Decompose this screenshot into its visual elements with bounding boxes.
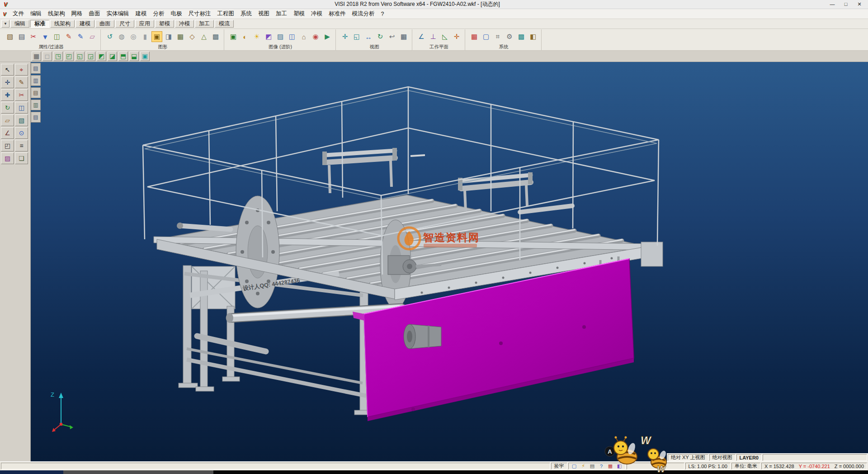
triangle-display-icon[interactable]: △ xyxy=(198,31,209,42)
views-icon[interactable]: ◰ xyxy=(1,140,14,152)
calculator-icon[interactable]: ⌗ xyxy=(492,31,503,42)
diamond-display-icon[interactable]: ◇ xyxy=(187,31,198,42)
filter-icon[interactable]: ▼ xyxy=(40,31,51,42)
toolbar-tab[interactable]: 建模 xyxy=(75,20,94,28)
toolbar-tab[interactable]: 线架构 xyxy=(50,20,75,28)
settings-icon[interactable]: ⚙ xyxy=(504,31,515,42)
trim-icon[interactable]: ✂ xyxy=(15,89,28,101)
cube-back-icon[interactable]: ◩ xyxy=(97,52,106,61)
toolbar-tab[interactable]: 尺寸 xyxy=(115,20,134,28)
active-layer-indicator[interactable]: LAYER0 xyxy=(736,454,762,461)
plane-icon[interactable]: ▱ xyxy=(1,114,14,126)
mirror-icon[interactable]: ◫ xyxy=(15,102,28,114)
texture-icon[interactable]: ▣ xyxy=(228,31,239,42)
menu-item[interactable]: 标准件 xyxy=(326,9,349,19)
hatch-icon[interactable]: ▨ xyxy=(275,31,286,42)
material-icon[interactable]: ◩ xyxy=(263,31,274,42)
cylinder-icon[interactable]: ▮ xyxy=(140,31,151,42)
snap-icon[interactable]: ⊙ xyxy=(15,127,28,139)
edit-blue-icon[interactable]: ✎ xyxy=(75,31,86,42)
cube-front-icon[interactable]: ◱ xyxy=(75,52,85,61)
zoom-window-icon[interactable]: ◱ xyxy=(351,31,362,42)
play-icon[interactable]: ▶ xyxy=(322,31,333,42)
menu-item[interactable]: ? xyxy=(378,10,387,18)
measure-icon[interactable]: ∠ xyxy=(1,127,14,139)
pan-icon[interactable]: ↔ xyxy=(363,31,374,42)
toolbar-tab[interactable]: 加工 xyxy=(195,20,214,28)
move-icon[interactable]: ✚ xyxy=(1,89,14,101)
menu-item[interactable]: 编辑 xyxy=(27,9,45,19)
menu-item[interactable]: 视图 xyxy=(255,9,273,19)
cube-iso2-icon[interactable]: ⬓ xyxy=(129,52,139,61)
eraser-icon[interactable]: ▱ xyxy=(87,31,98,42)
workplane-triangle-icon[interactable]: ◺ xyxy=(439,31,450,42)
window-icon[interactable]: ◫ xyxy=(287,31,297,42)
maximize-button[interactable]: □ xyxy=(839,0,853,9)
rotate-view-icon[interactable]: ↻ xyxy=(375,31,386,42)
panel-toggle-icon-5[interactable]: ▤ xyxy=(31,112,41,123)
menu-item[interactable]: 塑模 xyxy=(290,9,308,19)
menu-item[interactable]: 文件 xyxy=(9,9,27,19)
cube-iso-icon[interactable]: ◳ xyxy=(53,52,63,61)
app-menu-icon[interactable]: V xyxy=(1,11,8,17)
print-small-icon[interactable]: ▤ xyxy=(589,463,596,469)
workplane-normal-icon[interactable]: ⊥ xyxy=(428,31,439,42)
menu-item[interactable]: 模流分析 xyxy=(349,9,378,19)
menu-item[interactable]: 加工 xyxy=(273,9,290,19)
cube-top-icon[interactable]: ◰ xyxy=(64,52,74,61)
white-view-icon[interactable]: ◻ xyxy=(42,52,52,61)
regen-icon[interactable]: ↺ xyxy=(104,31,115,42)
list-icon[interactable]: ≡ xyxy=(15,140,28,152)
select-icon[interactable]: ↖ xyxy=(1,64,14,76)
solid-icon[interactable]: ▧ xyxy=(15,114,28,126)
layers-icon[interactable]: ◧ xyxy=(528,31,538,42)
printer-icon[interactable]: ▤ xyxy=(16,31,27,42)
link-icon[interactable]: ◫ xyxy=(52,31,62,42)
half-shade-icon[interactable]: ◨ xyxy=(163,31,174,42)
cube-right-icon[interactable]: ◲ xyxy=(86,52,95,61)
menu-item[interactable]: 线架构 xyxy=(45,9,68,19)
menu-item[interactable]: 电极 xyxy=(168,9,185,19)
zoom-fit-icon[interactable]: ✛ xyxy=(340,31,350,42)
cube-left-icon[interactable]: ◪ xyxy=(108,52,117,61)
cube-bottom-icon[interactable]: ⬒ xyxy=(118,52,128,61)
edit-red-icon[interactable]: ✎ xyxy=(63,31,74,42)
minimize-button[interactable]: — xyxy=(826,0,839,9)
panel-toggle-icon-2[interactable]: ▥ xyxy=(31,75,41,86)
workplane-angle-icon[interactable]: ∠ xyxy=(416,31,427,42)
close-button[interactable]: ✕ xyxy=(853,0,866,9)
panel-toggle-icon-1[interactable]: ▤ xyxy=(31,63,41,74)
cube-shaded-icon[interactable]: ▣ xyxy=(140,52,150,61)
notes-icon[interactable]: ❏ xyxy=(15,152,28,164)
shaded-toggle-icon[interactable]: ▣ xyxy=(151,31,162,42)
shade-half-icon[interactable]: ◐ xyxy=(240,31,250,42)
toolbar-tab[interactable]: 应用 xyxy=(135,20,154,28)
menu-item[interactable]: 建模 xyxy=(132,9,150,19)
probe-icon[interactable]: ⌖ xyxy=(15,64,28,76)
toolbar-tab[interactable]: 编辑 xyxy=(10,20,29,28)
panel-toggle-icon-3[interactable]: ▤ xyxy=(31,87,41,98)
menu-item[interactable]: 分析 xyxy=(150,9,168,19)
panel-toggle-icon-4[interactable]: ▥ xyxy=(31,100,41,110)
target-icon[interactable]: ◉ xyxy=(310,31,321,42)
menu-item[interactable]: 尺寸标注 xyxy=(185,9,214,19)
delete-attributes-icon[interactable]: ✂ xyxy=(28,31,39,42)
raster-icon[interactable]: ▩ xyxy=(516,31,527,42)
previous-view-icon[interactable]: ↩ xyxy=(387,31,397,42)
menu-item[interactable]: 曲面 xyxy=(86,9,104,19)
toolbar-tab[interactable]: 塑模 xyxy=(155,20,174,28)
hatch-display-icon[interactable]: ▩ xyxy=(210,31,221,42)
color-table-icon[interactable]: ▦ xyxy=(469,31,480,42)
light-icon[interactable]: ☀ xyxy=(251,31,262,42)
toolbar-tab[interactable]: 标准 xyxy=(30,20,49,28)
workplane-origin-icon[interactable]: ✛ xyxy=(451,31,462,42)
grid-display-icon[interactable]: ▦ xyxy=(32,52,41,61)
menu-item[interactable]: 冲模 xyxy=(308,9,326,19)
toolbar-tab[interactable]: 曲面 xyxy=(95,20,114,28)
menu-item[interactable]: 系统 xyxy=(237,9,255,19)
toolbar-dropdown-button[interactable]: ▼ xyxy=(1,20,9,28)
home-view-icon[interactable]: ⌂ xyxy=(298,31,309,42)
attribute-brush-icon[interactable]: ▧ xyxy=(5,31,15,42)
palette-icon[interactable]: ▨ xyxy=(1,152,14,164)
disk-icon[interactable]: ◍ xyxy=(116,31,127,42)
